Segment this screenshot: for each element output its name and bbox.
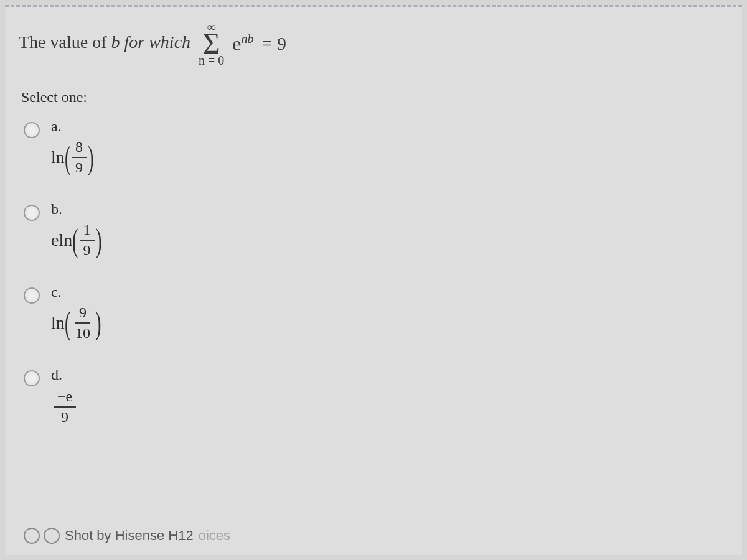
option-d-frac: −e 9 [54,388,76,426]
summand-base: e [232,32,241,55]
option-b-fn: eln [51,230,72,250]
option-c-den: 10 [72,324,94,342]
radio-d[interactable] [24,370,40,386]
option-b-row: b. eln ( 1 9 ) [24,201,742,259]
option-a-num: 8 [72,139,87,158]
option-c-letter: c. [51,284,100,301]
option-c-row: c. ln ( 9 10 ) [24,284,742,342]
option-a-fn: ln [51,147,65,167]
radio-b[interactable] [24,205,40,221]
option-a-math: ln ( 8 9 ) [51,139,92,176]
option-c-body: c. ln ( 9 10 ) [51,284,100,342]
option-d-row: d. −e 9 [24,366,742,426]
question-sheet: The value of b for which ∞ Σ n = 0 enb =… [5,5,742,555]
option-a-row: a. ln ( 8 9 ) [24,118,742,176]
option-d-den: 9 [57,408,72,426]
option-b-frac: 1 9 [80,222,95,259]
option-c-fn: ln [51,313,65,333]
summation: ∞ Σ n = 0 [199,21,224,67]
for-which: for which [125,32,191,52]
rparen-icon: ) [95,310,101,337]
option-b-num: 1 [80,222,95,241]
watermark-logo-icon [24,528,60,544]
option-c-num: 9 [75,304,90,324]
select-one-label: Select one: [5,70,742,106]
option-a-letter: a. [51,118,92,135]
watermark-brand: Shot by Hisense H12 [65,528,194,544]
equals-nine: = 9 [262,33,286,54]
option-c-math: ln ( 9 10 ) [51,304,100,342]
lparen-icon: ( [65,310,71,337]
option-a-frac: 8 9 [72,139,87,176]
lparen-icon: ( [72,228,78,254]
option-a-body: a. ln ( 8 9 ) [51,118,92,176]
rparen-icon: ) [88,145,94,171]
option-c-frac: 9 10 [72,304,94,342]
option-b-math: eln ( 1 9 ) [51,222,100,259]
summand-exponent: nb [242,32,254,45]
radio-a[interactable] [24,122,40,138]
option-b-body: b. eln ( 1 9 ) [51,201,100,259]
question-prefix: The value of [19,32,111,52]
option-d-math: −e 9 [51,388,78,426]
watermark-tail: oices [199,528,230,544]
option-d-body: d. −e 9 [51,366,78,426]
rparen-icon: ) [95,228,101,254]
option-d-num: −e [54,388,76,408]
watermark: Shot by Hisense H12oices [24,528,230,544]
option-b-letter: b. [51,201,100,218]
summand: enb [232,32,253,55]
option-a-den: 9 [72,158,87,176]
variable-b: b [111,32,120,52]
options-list: a. ln ( 8 9 ) b. eln ( [5,106,742,426]
option-b-den: 9 [80,241,95,259]
sigma-lower: n = 0 [199,54,224,67]
lparen-icon: ( [65,145,71,171]
sigma-symbol: Σ [199,32,224,55]
radio-c[interactable] [24,287,40,304]
option-d-letter: d. [51,366,78,383]
question-text: The value of b for which ∞ Σ n = 0 enb =… [5,7,742,70]
